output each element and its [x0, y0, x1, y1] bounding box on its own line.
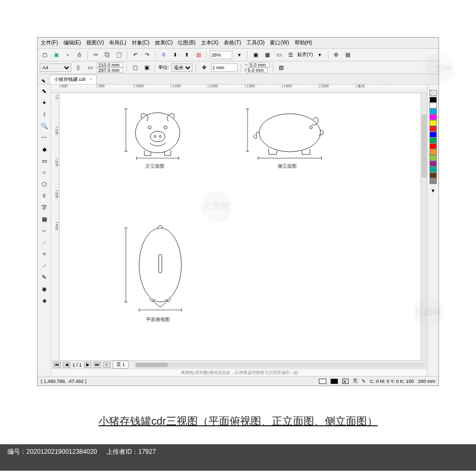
launcher-icon[interactable]: ▤ [343, 50, 353, 60]
all-pages-icon[interactable]: ▢ [130, 63, 140, 72]
drawing-canvas[interactable]: 正立面图 [60, 93, 427, 360]
dimension-tool-icon[interactable]: ↔ [39, 225, 50, 236]
tab-add-icon[interactable]: + [89, 77, 92, 82]
scrollbar-horizontal[interactable] [135, 362, 425, 368]
paste-icon[interactable]: 📋 [114, 50, 124, 60]
color-swatch[interactable] [429, 172, 437, 178]
menu-effects[interactable]: 效果(C) [155, 39, 173, 47]
interactive-fill-tool-icon[interactable]: ◈ [39, 295, 50, 306]
color-swatch[interactable] [429, 103, 437, 108]
color-swatch[interactable] [429, 114, 437, 120]
color-swatch[interactable] [429, 143, 437, 149]
dup-x-input[interactable] [249, 62, 270, 68]
color-swatch[interactable] [429, 149, 437, 155]
fill-tool-icon[interactable]: ◉ [39, 283, 50, 294]
orientation-landscape-icon[interactable]: ▭ [85, 63, 95, 72]
zoom-tool-icon[interactable]: 🔍 [39, 121, 50, 131]
connector-tool-icon[interactable]: ⟋ [39, 237, 50, 248]
snap-label[interactable]: 贴齐(T) [297, 51, 313, 58]
save-icon[interactable]: ▪ [63, 50, 72, 60]
search-icon[interactable]: ⚲ [159, 50, 168, 60]
crop-tool-icon[interactable]: ⟟ [39, 109, 50, 120]
import-icon[interactable]: ⬇ [170, 50, 180, 60]
menu-table[interactable]: 表格(T) [224, 39, 241, 47]
guides-icon[interactable]: ▭ [274, 50, 283, 60]
publish-icon[interactable]: ▤ [194, 50, 203, 60]
menu-layout[interactable]: 布局(L) [109, 39, 126, 47]
color-swatch[interactable] [429, 167, 437, 172]
polygon-tool-icon[interactable]: ⬠ [39, 179, 50, 189]
snap-icon[interactable]: ☰ [286, 50, 295, 60]
table-tool-icon[interactable]: ▦ [39, 214, 50, 224]
ruler-vertical[interactable]: 0100200300400 [51, 93, 60, 360]
prev-page-icon[interactable]: ◀ [63, 362, 70, 368]
ruler-horizontal[interactable]: 800900100011001200130014001500毫米 [51, 85, 427, 93]
page-count: 1 / 1 [72, 362, 82, 368]
print-icon[interactable]: ⎙ [75, 50, 84, 60]
smart-fill-tool-icon[interactable]: ◆ [39, 144, 50, 154]
fullscreen-icon[interactable]: ▣ [251, 50, 260, 60]
treat-as-filled-icon[interactable]: ▨ [277, 63, 286, 72]
add-page-icon[interactable]: + [103, 362, 111, 368]
new-icon[interactable]: ▢ [40, 50, 49, 60]
basic-shapes-tool-icon[interactable]: ◊ [39, 190, 50, 201]
palette-scroll-down-icon[interactable]: ▾ [428, 185, 438, 196]
last-page-icon[interactable]: ⏭ [94, 362, 101, 368]
color-swatch[interactable] [429, 161, 437, 167]
shape-tool-icon[interactable]: ✦ [39, 97, 50, 108]
open-icon[interactable]: ▣ [51, 50, 61, 60]
color-swatch[interactable] [429, 126, 437, 132]
scrollbar-vertical[interactable] [420, 93, 427, 360]
menu-window[interactable]: 窗口(W) [270, 39, 289, 47]
menu-object[interactable]: 对象(C) [132, 39, 150, 47]
color-swatch[interactable] [429, 132, 437, 138]
page-height-input[interactable] [97, 68, 123, 73]
snap-dropdown-icon[interactable]: ▾ [315, 50, 325, 60]
pick-tool-tab-icon[interactable]: ⬉ [40, 77, 47, 84]
page-width-input[interactable] [97, 62, 123, 68]
first-page-icon[interactable]: ⏮ [53, 362, 61, 368]
cut-icon[interactable]: ✂ [91, 50, 100, 60]
color-swatch[interactable] [429, 120, 437, 126]
options-icon[interactable]: ⚙ [332, 50, 341, 60]
next-page-icon[interactable]: ▶ [84, 362, 91, 368]
pick-tool-icon[interactable]: ⬉ [39, 86, 50, 96]
grid-icon[interactable]: ▦ [262, 50, 272, 60]
menu-bitmap[interactable]: 位图(B) [178, 39, 195, 47]
color-swatch[interactable] [429, 97, 437, 103]
ellipse-tool-icon[interactable]: ○ [39, 167, 50, 178]
menu-tools[interactable]: 工具(O) [246, 39, 264, 47]
zoom-dropdown-icon[interactable]: ▾ [234, 50, 244, 60]
menu-view[interactable]: 视图(V) [86, 39, 104, 47]
dup-x-icon: ↔ [244, 62, 249, 67]
color-swatch[interactable] [429, 155, 437, 161]
page-tab[interactable]: 页 1 [113, 361, 129, 369]
freehand-tool-icon[interactable]: 〰 [39, 132, 50, 143]
copy-icon[interactable]: ⿻ [103, 50, 112, 60]
swatch-none[interactable] [429, 90, 437, 96]
color-swatch[interactable] [429, 108, 437, 114]
paper-select[interactable]: A4 [40, 63, 71, 72]
menu-file[interactable]: 文件(F) [41, 39, 58, 47]
menu-help[interactable]: 帮助(H) [295, 39, 313, 47]
color-swatch[interactable] [429, 138, 437, 143]
outline-tool-icon[interactable]: ✎ [39, 272, 50, 282]
interactive-tool-icon[interactable]: ✧ [39, 249, 50, 259]
rectangle-tool-icon[interactable]: ▭ [39, 155, 50, 166]
nudge-input[interactable] [211, 63, 237, 72]
dup-y-input[interactable] [246, 68, 268, 73]
svg-point-8 [164, 126, 167, 129]
menu-edit[interactable]: 编辑(E) [63, 39, 81, 47]
color-swatch[interactable] [429, 178, 437, 184]
eyedropper-tool-icon[interactable]: ⟋ [39, 260, 50, 271]
orientation-portrait-icon[interactable]: ▯ [74, 63, 83, 72]
zoom-input[interactable] [210, 51, 232, 59]
undo-icon[interactable]: ↶ [131, 50, 140, 60]
menu-text[interactable]: 文本(X) [201, 39, 218, 47]
units-select[interactable]: 毫米 [171, 63, 193, 72]
text-tool-icon[interactable]: 字 [39, 202, 50, 213]
redo-icon[interactable]: ↷ [142, 50, 152, 60]
export-icon[interactable]: ⬆ [182, 50, 191, 60]
current-page-icon[interactable]: ▣ [142, 63, 151, 72]
document-tab[interactable]: 小猪存钱罐.cdr + [49, 75, 97, 84]
